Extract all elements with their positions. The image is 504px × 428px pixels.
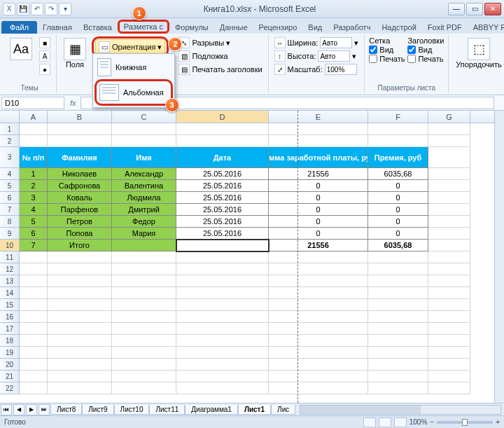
- select-all-corner[interactable]: [0, 111, 20, 123]
- cell[interactable]: [48, 382, 112, 394]
- cell[interactable]: 1: [20, 168, 48, 180]
- tab-home[interactable]: Главная: [37, 21, 78, 34]
- cell[interactable]: [176, 263, 269, 275]
- cell[interactable]: 0: [269, 204, 368, 216]
- cell[interactable]: [269, 123, 368, 135]
- cell[interactable]: [20, 275, 48, 287]
- cell[interactable]: [368, 311, 428, 323]
- theme-fonts-button[interactable]: A: [38, 50, 52, 62]
- row-17[interactable]: 17: [0, 323, 20, 335]
- cell[interactable]: [20, 123, 48, 135]
- orientation-landscape-item[interactable]: Альбомная: [97, 81, 171, 104]
- zoom-in-button[interactable]: +: [496, 418, 500, 426]
- row-20[interactable]: 20: [0, 359, 20, 371]
- row-22[interactable]: 22: [0, 382, 20, 394]
- cell[interactable]: [428, 240, 470, 251]
- cell[interactable]: [112, 371, 176, 382]
- cell[interactable]: [428, 192, 470, 204]
- zoom-slider[interactable]: [437, 421, 493, 424]
- cell[interactable]: 21556: [269, 168, 368, 180]
- cell[interactable]: [428, 135, 470, 147]
- row-5[interactable]: 5: [0, 180, 20, 192]
- cell[interactable]: [20, 359, 48, 371]
- active-cell[interactable]: [176, 240, 269, 251]
- cell[interactable]: 25.05.2016: [176, 168, 269, 180]
- cell[interactable]: [428, 299, 470, 311]
- cell[interactable]: [269, 335, 368, 347]
- cell[interactable]: 0: [368, 180, 428, 192]
- cell[interactable]: [176, 335, 269, 347]
- cell[interactable]: [428, 287, 470, 299]
- cell[interactable]: [368, 287, 428, 299]
- cell[interactable]: [112, 335, 176, 347]
- cell[interactable]: [48, 275, 112, 287]
- cell[interactable]: Мария: [112, 228, 176, 240]
- minimize-button[interactable]: —: [448, 3, 465, 15]
- cell[interactable]: [368, 275, 428, 287]
- theme-colors-button[interactable]: ■: [38, 36, 52, 49]
- cell[interactable]: [428, 168, 470, 180]
- cell[interactable]: 7: [20, 240, 48, 251]
- cell[interactable]: [269, 299, 368, 311]
- cell[interactable]: [428, 359, 470, 371]
- cell[interactable]: [20, 287, 48, 299]
- row-16[interactable]: 16: [0, 311, 20, 323]
- row-1[interactable]: 1: [0, 123, 20, 135]
- tab-foxit[interactable]: Foxit PDF: [422, 21, 468, 34]
- orientation-button[interactable]: ▭ Ориентация ▾: [95, 39, 165, 55]
- col-B[interactable]: B: [48, 111, 112, 123]
- redo-button[interactable]: ↷: [45, 3, 57, 15]
- cell[interactable]: [176, 287, 269, 299]
- cell[interactable]: [368, 347, 428, 359]
- cell[interactable]: [428, 347, 470, 359]
- cell[interactable]: 0: [368, 228, 428, 240]
- row-3[interactable]: 3: [0, 147, 20, 168]
- col-G[interactable]: G: [428, 111, 470, 123]
- cell[interactable]: [176, 299, 269, 311]
- cell[interactable]: Людмила: [112, 192, 176, 204]
- row-19[interactable]: 19: [0, 347, 20, 359]
- cell[interactable]: Попова: [48, 228, 112, 240]
- row-4[interactable]: 4: [0, 168, 20, 180]
- row-13[interactable]: 13: [0, 275, 20, 287]
- sheet-tab[interactable]: Лист1: [238, 405, 271, 415]
- col-F[interactable]: F: [368, 111, 428, 123]
- cell[interactable]: [269, 382, 368, 394]
- cell[interactable]: Дмитрий: [112, 204, 176, 216]
- cell[interactable]: [112, 123, 176, 135]
- excel-icon[interactable]: X: [3, 3, 15, 15]
- row-10[interactable]: 10: [0, 240, 20, 251]
- cell[interactable]: [112, 382, 176, 394]
- cell[interactable]: [368, 335, 428, 347]
- cell[interactable]: [20, 263, 48, 275]
- cell[interactable]: 3: [20, 192, 48, 204]
- grid-print-check[interactable]: Печать: [369, 55, 405, 63]
- cell[interactable]: [176, 135, 269, 147]
- cell[interactable]: [112, 311, 176, 323]
- row-2[interactable]: 2: [0, 135, 20, 147]
- cell[interactable]: [20, 311, 48, 323]
- save-button[interactable]: 💾: [17, 3, 29, 15]
- cell[interactable]: [176, 251, 269, 263]
- cell[interactable]: [269, 251, 368, 263]
- row-18[interactable]: 18: [0, 335, 20, 347]
- cell[interactable]: 0: [269, 180, 368, 192]
- col-E[interactable]: E: [269, 111, 368, 123]
- cell[interactable]: [428, 323, 470, 335]
- cell[interactable]: [428, 123, 470, 135]
- cell[interactable]: Федор: [112, 216, 176, 228]
- cell[interactable]: Премия, руб: [368, 147, 428, 168]
- cell[interactable]: [428, 204, 470, 216]
- cell[interactable]: [428, 251, 470, 263]
- cell[interactable]: [269, 347, 368, 359]
- cell[interactable]: 2: [20, 180, 48, 192]
- tab-formulas[interactable]: Формулы: [169, 21, 214, 34]
- cell[interactable]: [112, 275, 176, 287]
- cell[interactable]: [176, 347, 269, 359]
- cell[interactable]: [20, 335, 48, 347]
- cell[interactable]: Фамилия: [48, 147, 112, 168]
- row-14[interactable]: 14: [0, 287, 20, 299]
- cell[interactable]: 25.05.2016: [176, 216, 269, 228]
- cell[interactable]: [20, 135, 48, 147]
- cell[interactable]: 6035,68: [368, 240, 428, 251]
